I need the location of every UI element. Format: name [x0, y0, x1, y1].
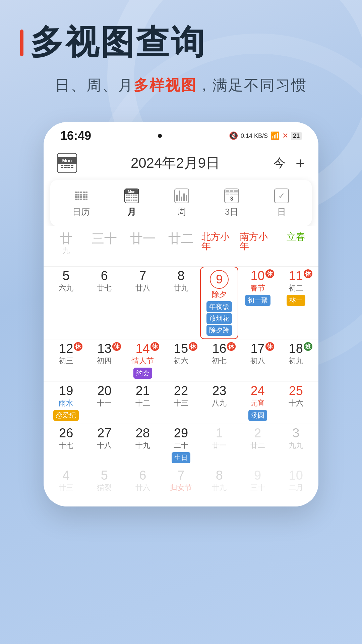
subtitle-part2: ，满足不同习惯	[197, 77, 307, 93]
day-15[interactable]: 休 15 初六	[162, 339, 200, 381]
tab-3day[interactable]: 3 3日	[217, 185, 246, 221]
event-chuyi[interactable]: 初一聚	[245, 295, 270, 306]
day-6[interactable]: 6 廿七	[85, 267, 123, 339]
signal-x-icon: ✕	[282, 131, 288, 140]
day-mar9[interactable]: 9 三十	[238, 466, 277, 503]
app-header: Mon 2024年2月9日 今 +	[44, 146, 318, 180]
wifi-icon: 📶	[270, 131, 280, 140]
3day-icon: 3	[224, 189, 240, 203]
event-yanhua[interactable]: 放烟花	[206, 313, 232, 324]
week-3: 19 雨水 恋爱纪 20 十一 21 十二	[44, 382, 318, 424]
main-title: 多视图查询	[30, 20, 206, 65]
accent-bar	[20, 30, 23, 56]
prev-day-6[interactable]: 南方小年	[238, 229, 277, 266]
week-4: 26 十七 27 十八 28 十九 29	[44, 424, 318, 466]
network-speed: 0.14 KB/S	[241, 133, 268, 139]
rest-badge-10: 休	[265, 269, 274, 278]
subtitle: 日、周、月多样视图，满足不同习惯	[20, 75, 342, 95]
day-22[interactable]: 22 十三	[162, 382, 200, 424]
prev-day-3[interactable]: 廿一	[124, 229, 162, 266]
prev-month-row: 廿 九 三十 廿一 廿二 北方小年	[44, 229, 318, 267]
tab-week[interactable]: 周	[167, 185, 196, 221]
tab-day[interactable]: ✓ 日	[267, 185, 296, 221]
day-mar5[interactable]: 5 猫裂	[85, 466, 123, 503]
day-mar1[interactable]: 1 廿一	[200, 424, 238, 466]
week-5-partial: 4 廿三 5 猫裂 6 廿六 7 归女节	[44, 466, 318, 503]
tab-day-label: 日	[277, 206, 286, 218]
event-tangyuan[interactable]: 汤圆	[248, 410, 267, 421]
status-icons: 🔇 0.14 KB/S 📶 ✕ 21	[229, 131, 302, 140]
day-mar4[interactable]: 4 廿三	[47, 466, 85, 503]
day-21[interactable]: 21 十二	[124, 382, 162, 424]
prev-day-1[interactable]: 廿 九	[47, 229, 85, 266]
day-5[interactable]: 5 六九	[47, 267, 85, 339]
day-mar10[interactable]: 10 二月	[277, 466, 315, 503]
header-actions: 今 +	[274, 154, 305, 172]
prev-day-2[interactable]: 三十	[85, 229, 123, 266]
battery-indicator: 21	[291, 132, 302, 140]
work-badge-18: 班	[304, 342, 312, 351]
day-29[interactable]: 29 二十 生日	[162, 424, 200, 466]
mon-label-icon: Mon	[58, 157, 76, 164]
subtitle-highlight: 多样视图	[134, 77, 197, 93]
tab-3day-label: 3日	[225, 206, 238, 218]
tab-week-label: 周	[177, 206, 186, 218]
status-bar: 16:49 🔇 0.14 KB/S 📶 ✕ 21	[44, 122, 318, 146]
day-16[interactable]: 休 16 初七	[200, 339, 238, 381]
header-date-title: 2024年2月9日	[131, 154, 220, 172]
day-mar3[interactable]: 3 九九	[277, 424, 315, 466]
event-nianye[interactable]: 年夜饭	[206, 301, 232, 312]
view-tabs-dropdown: 日历 Mon 月	[50, 180, 312, 226]
event-birthday[interactable]: 生日	[172, 452, 190, 463]
phone-mockup: 16:49 🔇 0.14 KB/S 📶 ✕ 21 Mon 2024年2月9日 今…	[44, 122, 318, 506]
calendar-container: 廿 九 三十 廿一 廿二 北方小年	[44, 226, 318, 506]
calendar-app-icon[interactable]: Mon	[57, 153, 77, 173]
tab-month-label: 月	[127, 206, 136, 218]
day-mar6[interactable]: 6 廿六	[124, 466, 162, 503]
day-8[interactable]: 8 廿九	[162, 267, 200, 339]
tab-calendar[interactable]: 日历	[66, 185, 97, 221]
day-14[interactable]: 休 14 情人节 约会	[124, 339, 162, 381]
subtitle-part1: 日、周、月	[55, 77, 134, 93]
day-27[interactable]: 27 十八	[85, 424, 123, 466]
add-event-button[interactable]: +	[296, 154, 305, 172]
week-icon	[174, 189, 190, 203]
event-linyi[interactable]: 林一	[287, 295, 305, 306]
mute-icon: 🔇	[229, 131, 238, 140]
day-23[interactable]: 23 八九	[200, 382, 238, 424]
today-button[interactable]: 今	[274, 155, 286, 171]
day-11[interactable]: 休 11 初二 林一	[277, 267, 315, 339]
day-26[interactable]: 26 十七	[47, 424, 85, 466]
day-28[interactable]: 28 十九	[124, 424, 162, 466]
day-mar7[interactable]: 7 归女节	[162, 466, 200, 503]
day-7[interactable]: 7 廿八	[124, 267, 162, 339]
status-time: 16:49	[60, 129, 91, 143]
tab-month[interactable]: Mon 月	[117, 185, 146, 221]
day-mar8[interactable]: 8 廿九	[200, 466, 238, 503]
day-19[interactable]: 19 雨水 恋爱纪	[47, 382, 85, 424]
day-icon: ✓	[274, 189, 290, 203]
day-17[interactable]: 休 17 初八	[238, 339, 277, 381]
rest-badge-17: 休	[265, 342, 274, 351]
week-2: 休 12 初三 休 13 初四 休 14 情人节 约会	[44, 339, 318, 382]
day-24[interactable]: 24 元宵 汤圆	[238, 382, 277, 424]
day-mar2[interactable]: 2 廿二	[238, 424, 277, 466]
status-dot	[158, 134, 162, 138]
day-12[interactable]: 休 12 初三	[47, 339, 85, 381]
month-icon: Mon	[124, 189, 140, 203]
event-lianai[interactable]: 恋爱纪	[53, 410, 79, 421]
week-1: 5 六九 6 廿七 7 廿八 8	[44, 267, 318, 339]
day-25[interactable]: 25 十六	[277, 382, 315, 424]
rest-badge-13: 休	[112, 342, 121, 351]
calendar-grid-icon	[73, 189, 89, 203]
day-18[interactable]: 班 18 初九	[277, 339, 315, 381]
prev-day-7[interactable]: 立春	[277, 229, 315, 266]
day-13[interactable]: 休 13 初四	[85, 339, 123, 381]
day-9-today[interactable]: 9 除夕 年夜饭 放烟花 除夕跨	[200, 267, 238, 339]
day-10[interactable]: 休 10 春节 初一聚	[238, 267, 277, 339]
day-20[interactable]: 20 十一	[85, 382, 123, 424]
event-yuehui[interactable]: 约会	[133, 368, 152, 379]
prev-day-5[interactable]: 北方小年	[200, 229, 238, 266]
event-chuxikua[interactable]: 除夕跨	[206, 325, 232, 336]
prev-day-4[interactable]: 廿二	[162, 229, 200, 266]
